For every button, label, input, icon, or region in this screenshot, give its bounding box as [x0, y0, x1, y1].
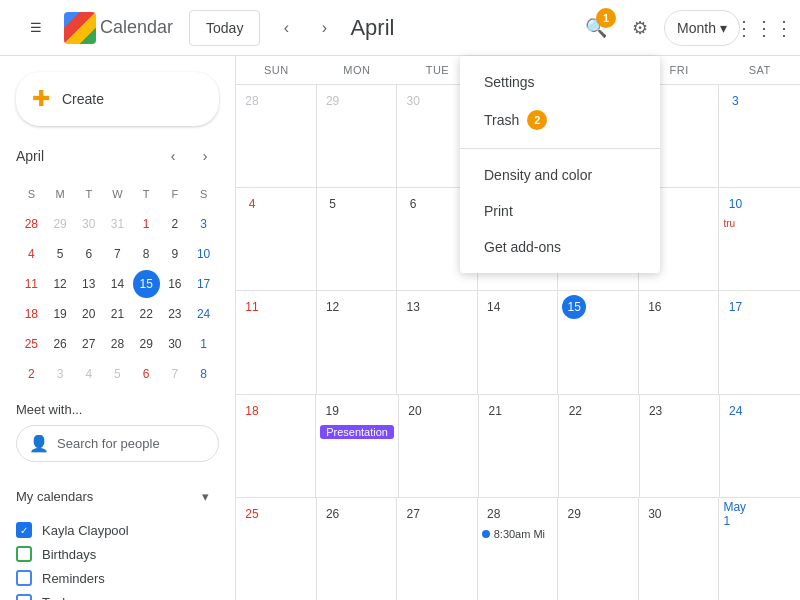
apps-button[interactable]: ⋮⋮⋮ [744, 8, 784, 48]
mini-cal-day[interactable]: 4 [75, 360, 102, 388]
mini-cal-day[interactable]: 30 [75, 210, 102, 238]
mini-cal-day[interactable]: 15 [133, 270, 160, 298]
mini-next-button[interactable]: › [191, 142, 219, 170]
cell-date-number[interactable]: 12 [321, 295, 345, 319]
calendar-cell[interactable]: 25 [236, 498, 317, 600]
mini-cal-day[interactable]: 5 [47, 240, 74, 268]
mini-cal-day[interactable]: 25 [18, 330, 45, 358]
cell-date-number[interactable]: 20 [403, 399, 427, 423]
calendar-item[interactable]: Birthdays [16, 542, 219, 566]
event-dot-item[interactable]: 8:30am Mi [482, 528, 554, 540]
calendar-item[interactable]: Reminders [16, 566, 219, 590]
calendar-checkbox[interactable] [16, 546, 32, 562]
calendar-cell[interactable]: 23 [640, 395, 720, 497]
calendar-cell[interactable]: 26 [317, 498, 398, 600]
calendar-cell[interactable]: 5 [317, 188, 398, 290]
mini-cal-day[interactable]: 6 [133, 360, 160, 388]
mini-cal-day[interactable]: 3 [190, 210, 217, 238]
view-selector[interactable]: Month ▾ [664, 10, 740, 46]
calendar-cell[interactable]: 27 [397, 498, 478, 600]
dropdown-item-trash[interactable]: Trash2 [460, 100, 660, 140]
calendar-cell[interactable]: 29 [558, 498, 639, 600]
cell-date-number[interactable]: 5 [321, 192, 345, 216]
mini-cal-day[interactable]: 4 [18, 240, 45, 268]
search-button[interactable]: 🔍 1 [576, 8, 616, 48]
mini-cal-day[interactable]: 18 [18, 300, 45, 328]
mini-cal-day[interactable]: 31 [104, 210, 131, 238]
mini-cal-day[interactable]: 1 [133, 210, 160, 238]
calendar-cell[interactable]: 29 [317, 85, 398, 187]
cell-date-number[interactable]: 16 [643, 295, 667, 319]
calendar-cell[interactable]: 4 [236, 188, 317, 290]
mini-cal-day[interactable]: 6 [75, 240, 102, 268]
cell-date-number[interactable]: 28 [482, 502, 506, 526]
mini-cal-day[interactable]: 29 [47, 210, 74, 238]
cell-date-number[interactable]: 13 [401, 295, 425, 319]
prev-button[interactable]: ‹ [268, 10, 304, 46]
cell-date-number[interactable]: 17 [723, 295, 747, 319]
mini-prev-button[interactable]: ‹ [159, 142, 187, 170]
mini-cal-day[interactable]: 10 [190, 240, 217, 268]
calendar-cell[interactable]: 10tru [719, 188, 800, 290]
cell-date-number[interactable]: 24 [724, 399, 748, 423]
calendar-cell[interactable]: 21 [479, 395, 559, 497]
calendar-cell[interactable]: 17 [719, 291, 800, 393]
calendar-item[interactable]: Tasks [16, 590, 219, 600]
mini-cal-day[interactable]: 5 [104, 360, 131, 388]
calendar-item[interactable]: ✓Kayla Claypool [16, 518, 219, 542]
calendar-cell[interactable]: 24 [720, 395, 800, 497]
mini-cal-day[interactable]: 12 [47, 270, 74, 298]
mini-cal-day[interactable]: 3 [47, 360, 74, 388]
mini-cal-day[interactable]: 7 [162, 360, 189, 388]
cell-date-number[interactable]: 15 [562, 295, 586, 319]
settings-button[interactable]: ⚙ [620, 8, 660, 48]
calendar-cell[interactable]: 288:30am Mi [478, 498, 559, 600]
cell-date-number[interactable]: 3 [723, 89, 747, 113]
calendar-cell[interactable]: 22 [559, 395, 639, 497]
calendar-cell[interactable]: 20 [399, 395, 479, 497]
cell-date-number[interactable]: 30 [401, 89, 425, 113]
cell-date-number[interactable]: 26 [321, 502, 345, 526]
dropdown-item-settings[interactable]: Settings [460, 64, 660, 100]
cell-date-number[interactable]: 21 [483, 399, 507, 423]
mini-cal-day[interactable]: 2 [18, 360, 45, 388]
my-calendars-toggle[interactable]: ▾ [191, 482, 219, 510]
mini-cal-day[interactable]: 7 [104, 240, 131, 268]
cell-date-number[interactable]: 4 [240, 192, 264, 216]
mini-cal-day[interactable]: 17 [190, 270, 217, 298]
event-chip[interactable]: Presentation [320, 425, 394, 439]
mini-cal-day[interactable]: 28 [104, 330, 131, 358]
mini-cal-day[interactable]: 30 [162, 330, 189, 358]
cell-date-number[interactable]: 19 [320, 399, 344, 423]
mini-cal-day[interactable]: 16 [162, 270, 189, 298]
cell-date-number[interactable]: 29 [321, 89, 345, 113]
cell-date-number[interactable]: May 1 [723, 502, 747, 526]
calendar-cell[interactable]: 14 [478, 291, 559, 393]
mini-cal-day[interactable]: 27 [75, 330, 102, 358]
next-button[interactable]: › [306, 10, 342, 46]
mini-cal-day[interactable]: 19 [47, 300, 74, 328]
mini-cal-day[interactable]: 1 [190, 330, 217, 358]
mini-cal-day[interactable]: 8 [133, 240, 160, 268]
cell-date-number[interactable]: 18 [240, 399, 264, 423]
cell-date-number[interactable]: 27 [401, 502, 425, 526]
calendar-cell[interactable]: 15 [558, 291, 639, 393]
cell-date-number[interactable]: 29 [562, 502, 586, 526]
mini-cal-day[interactable]: 11 [18, 270, 45, 298]
mini-cal-day[interactable]: 2 [162, 210, 189, 238]
calendar-checkbox[interactable] [16, 594, 32, 600]
calendar-cell[interactable]: 3 [719, 85, 800, 187]
dropdown-item-get-add-ons[interactable]: Get add-ons [460, 229, 660, 265]
cell-date-number[interactable]: 11 [240, 295, 264, 319]
create-button[interactable]: ✚ Create [16, 72, 219, 126]
cell-date-number[interactable]: 28 [240, 89, 264, 113]
dropdown-item-density-and-color[interactable]: Density and color [460, 157, 660, 193]
mini-cal-day[interactable]: 29 [133, 330, 160, 358]
calendar-cell[interactable]: 13 [397, 291, 478, 393]
mini-cal-day[interactable]: 13 [75, 270, 102, 298]
mini-cal-day[interactable]: 28 [18, 210, 45, 238]
dropdown-item-print[interactable]: Print [460, 193, 660, 229]
cell-date-number[interactable]: 14 [482, 295, 506, 319]
calendar-cell[interactable]: 19Presentation [316, 395, 399, 497]
cell-date-number[interactable]: 30 [643, 502, 667, 526]
